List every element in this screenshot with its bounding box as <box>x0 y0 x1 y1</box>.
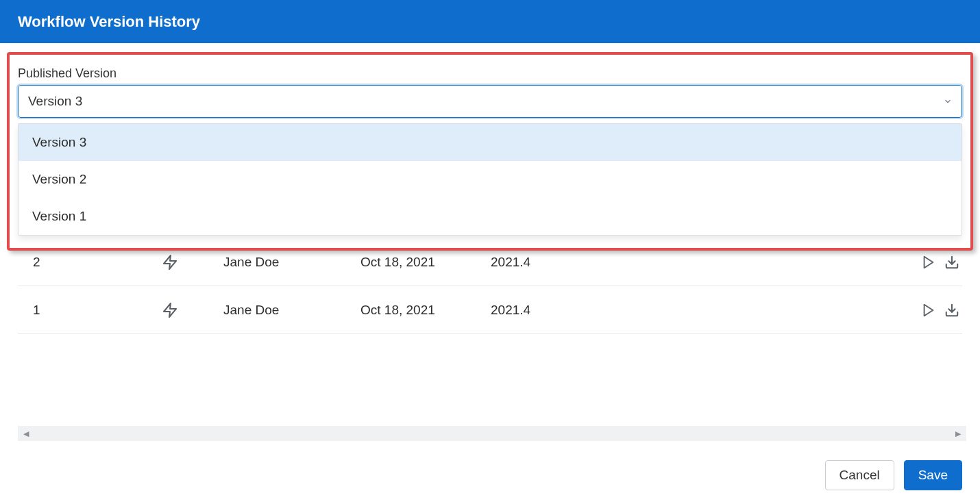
version-history-table: 2 Jane Doe Oct 18, 2021 2021.4 1 Jane Do… <box>18 238 962 334</box>
lightning-icon <box>162 254 178 270</box>
cell-date: Oct 18, 2021 <box>360 255 491 270</box>
cell-date: Oct 18, 2021 <box>360 303 491 318</box>
modal-footer: Cancel Save <box>825 460 962 490</box>
cell-release: 2021.4 <box>491 255 907 270</box>
svg-marker-0 <box>164 255 176 269</box>
cell-user: Jane Doe <box>223 255 360 270</box>
dropdown-option-version-3[interactable]: Version 3 <box>19 124 961 161</box>
modal-body: Published Version Version 3 <box>0 66 980 118</box>
cell-user: Jane Doe <box>223 303 360 318</box>
published-version-select[interactable]: Version 3 <box>18 85 962 118</box>
horizontal-scrollbar[interactable]: ◀ ▶ <box>18 426 966 441</box>
svg-marker-3 <box>164 303 176 317</box>
svg-marker-4 <box>924 304 933 316</box>
download-icon[interactable] <box>944 255 959 270</box>
modal-header: Workflow Version History <box>0 0 980 43</box>
table-row: 1 Jane Doe Oct 18, 2021 2021.4 <box>18 286 962 334</box>
cancel-button-label: Cancel <box>840 468 880 483</box>
cell-release: 2021.4 <box>491 303 907 318</box>
dropdown-option-version-2[interactable]: Version 2 <box>19 161 961 198</box>
dropdown-option-version-1[interactable]: Version 1 <box>19 198 961 235</box>
dropdown-option-label: Version 1 <box>32 209 86 224</box>
published-version-dropdown: Version 3 Version 2 Version 1 <box>18 123 962 236</box>
table-row: 2 Jane Doe Oct 18, 2021 2021.4 <box>18 238 962 286</box>
save-button-label: Save <box>918 468 948 483</box>
scroll-right-icon[interactable]: ▶ <box>955 429 961 438</box>
modal-title: Workflow Version History <box>18 13 200 31</box>
save-button[interactable]: Save <box>904 460 962 490</box>
dropdown-option-label: Version 2 <box>32 172 86 187</box>
cancel-button[interactable]: Cancel <box>825 460 894 490</box>
cell-version: 1 <box>18 303 162 318</box>
published-version-selected-text: Version 3 <box>28 94 82 109</box>
svg-marker-1 <box>924 256 933 268</box>
play-icon[interactable] <box>921 303 936 318</box>
published-version-label: Published Version <box>18 66 962 81</box>
scroll-left-icon[interactable]: ◀ <box>23 429 29 438</box>
dropdown-option-label: Version 3 <box>32 135 86 150</box>
play-icon[interactable] <box>921 255 936 270</box>
published-version-value[interactable]: Version 3 <box>18 85 962 118</box>
lightning-icon <box>162 302 178 318</box>
download-icon[interactable] <box>944 303 959 318</box>
cell-version: 2 <box>18 255 162 270</box>
